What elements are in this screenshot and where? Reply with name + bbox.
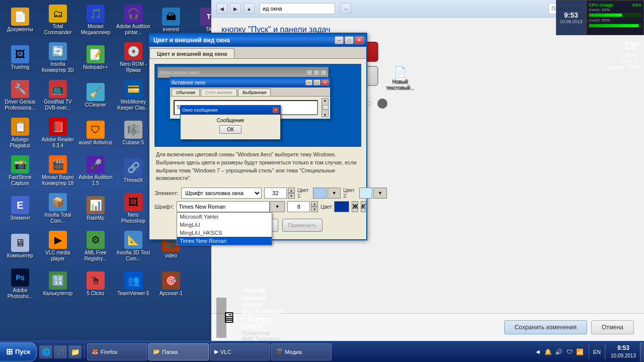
- color1-picker[interactable]: [313, 188, 327, 199]
- quick-launch-3[interactable]: 📁: [68, 345, 82, 358]
- tray-network-icon[interactable]: 🔔: [544, 347, 553, 356]
- font-color-group: Цвет:: [320, 201, 349, 212]
- dialog-titlebar: Цвет и внешний вид окна ─ □ ✕: [149, 34, 366, 47]
- font-dropdown-container: ▼ Microsoft YaHei MingLiU MingLiU_HKSCS …: [177, 201, 285, 212]
- tray-wifi-icon[interactable]: 📶: [576, 347, 585, 356]
- windows-logo-icon: ⊞: [6, 347, 13, 356]
- taskbar-item-folder[interactable]: 📂 Папка: [148, 343, 209, 360]
- titlebar-controls: ─ □ ✕: [335, 36, 364, 44]
- mock-scrollbar: ▲ ▼: [321, 98, 329, 117]
- close-button[interactable]: ✕: [355, 36, 364, 44]
- folder-icon: 📂: [153, 348, 160, 355]
- bold-button[interactable]: Ж: [352, 201, 358, 212]
- mock-inactive-titlebar: Неактивное окно ─ □ ✕: [158, 67, 328, 77]
- color2-dropdown[interactable]: ▼: [373, 188, 387, 199]
- mock-min-btn: ─: [306, 70, 312, 75]
- element-size-spinner: ▲ ▼: [288, 188, 295, 199]
- color-scheme-dialog: Цвет и внешний вид окна ─ □ ✕ Цвет и вне…: [148, 33, 367, 240]
- font-color-label: Цвет:: [320, 204, 333, 210]
- dialog-content: Неактивное окно ─ □ ✕ Активное окно: [149, 59, 366, 239]
- mock-scrollbar-thumb: [323, 105, 329, 110]
- font-option-mingliu[interactable]: MingLiU: [177, 221, 272, 229]
- element-size-group: ▲ ▼: [264, 188, 295, 199]
- vlc-taskbar-icon: ▶: [214, 348, 218, 355]
- element-select[interactable]: Граница Заголовок активного окна Шрифт з…: [181, 188, 262, 199]
- font-spin-down[interactable]: ▼: [311, 207, 318, 212]
- firefox-icon: 🦊: [92, 348, 99, 355]
- quick-launch: 🌐 🎵 📁: [37, 345, 85, 358]
- color2-label: Цвет 2:: [343, 188, 358, 199]
- active-close-btn: ✕: [321, 79, 329, 85]
- taskbar-clock-area[interactable]: 9:53 10.09.2013: [607, 344, 640, 359]
- spin-up-btn[interactable]: ▲: [288, 188, 295, 193]
- start-button[interactable]: ⊞ Пуск: [0, 342, 37, 361]
- font-row: Шрифт: ▼ Microsoft YaHei MingLiU MingLiU…: [154, 201, 361, 212]
- dialog-tabs: Цвет и внешний вид окна: [149, 47, 366, 59]
- mock-msg-close: ✕: [273, 108, 279, 113]
- taskbar-item-media[interactable]: 🎬 Медиа: [271, 343, 332, 360]
- taskbar-item-firefox[interactable]: 🦊 Firefox: [87, 343, 147, 360]
- font-size-spinner: ▲ ▼: [311, 201, 318, 212]
- font-option-microsoft-yahei[interactable]: Microsoft YaHei: [177, 213, 272, 221]
- color1-label: Цвет 1:: [297, 188, 312, 199]
- font-select-group: ▼: [177, 201, 285, 212]
- quick-launch-ie[interactable]: 🌐: [39, 345, 52, 358]
- element-row: Элемент: Граница Заголовок активного окн…: [154, 188, 361, 199]
- tray-antivirus-icon[interactable]: 🛡: [565, 347, 574, 356]
- font-size-input[interactable]: [287, 201, 310, 212]
- mock-message-content: Сообщение ОК: [181, 115, 280, 139]
- apply-button[interactable]: Применить: [282, 219, 323, 232]
- mock-tab-disabled[interactable]: Откл.женная: [201, 88, 237, 96]
- tray-arrow[interactable]: ◀: [533, 347, 542, 356]
- taskbar-items: 🦊 Firefox 📂 Папка ▶ VLC 🎬 Медиа: [85, 343, 531, 360]
- maximize-button[interactable]: □: [345, 36, 354, 44]
- font-option-mingliu-hkscs[interactable]: MingLiU_HKSCS: [177, 229, 272, 237]
- mock-max-btn: □: [313, 70, 319, 75]
- mock-close-btn: ✕: [320, 70, 327, 75]
- tab-color-scheme[interactable]: Цвет и внешний вид окна: [149, 48, 234, 58]
- system-tray: ◀ 🔔 🔊 🛡 📶: [531, 347, 587, 356]
- dialog-title: Цвет и внешний вид окна: [153, 37, 230, 44]
- font-option-times-new-roman[interactable]: Times New Roman: [177, 237, 272, 245]
- show-desktop-button[interactable]: [640, 342, 644, 361]
- color2-picker[interactable]: [359, 188, 373, 199]
- font-input[interactable]: [177, 201, 270, 212]
- color2-group: Цвет 2: ▼: [343, 188, 386, 199]
- font-dropdown-open: Microsoft YaHei MingLiU MingLiU_HKSCS Ti…: [177, 212, 272, 245]
- font-color-picker[interactable]: [334, 201, 349, 212]
- dialog-overlay: Цвет и внешний вид окна ─ □ ✕ Цвет и вне…: [0, 0, 644, 362]
- mock-active-window: Активное окно ─ □ ✕ Обычная Откл.женная …: [170, 77, 331, 119]
- active-min-btn: ─: [305, 79, 312, 85]
- element-size-input[interactable]: [264, 188, 287, 199]
- preview-area: Неактивное окно ─ □ ✕ Активное окно: [154, 64, 361, 147]
- mock-tab-selected[interactable]: Выбранная: [238, 88, 271, 96]
- mock-active-titlebar: Активное окно ─ □ ✕: [170, 77, 330, 87]
- italic-button[interactable]: К: [361, 201, 365, 212]
- taskbar-separator2: [605, 344, 605, 359]
- mock-tab-row: Обычная Откл.женная Выбранная: [170, 87, 330, 97]
- mock-message-titlebar: Окно сообщения ✕: [181, 106, 280, 115]
- dialog-description: Для включения цветовой схемы "Windows Ae…: [154, 151, 361, 183]
- font-spin-up[interactable]: ▲: [311, 201, 318, 207]
- color1-dropdown[interactable]: ▼: [328, 188, 341, 199]
- minimize-button[interactable]: ─: [335, 36, 344, 44]
- color1-group: Цвет 1: ▼: [297, 188, 341, 199]
- taskbar: ⊞ Пуск 🌐 🎵 📁 🦊 Firefox 📂 Папка ▶ VLC: [0, 341, 644, 362]
- quick-launch-media[interactable]: 🎵: [54, 345, 67, 358]
- mock-inactive-window: Неактивное окно ─ □ ✕: [157, 67, 329, 78]
- mock-ok-button[interactable]: ОК: [219, 125, 242, 134]
- taskbar-clock: 9:53 10.09.2013: [611, 344, 636, 359]
- spin-down-btn[interactable]: ▼: [288, 193, 295, 199]
- active-max-btn: □: [313, 79, 320, 85]
- tray-volume-icon[interactable]: 🔊: [554, 347, 564, 356]
- language-indicator[interactable]: EN: [591, 349, 603, 355]
- desktop: 📄 Документы 🖼 TrueImg 🔧 Driver Genius Pr…: [0, 0, 644, 362]
- font-dropdown-arrow[interactable]: ▼: [270, 201, 285, 212]
- font-size-group: ▲ ▼: [287, 201, 318, 212]
- mock-tab-normal[interactable]: Обычная: [172, 88, 200, 96]
- taskbar-separator: [589, 344, 589, 359]
- media-icon: 🎬: [276, 348, 283, 355]
- taskbar-item-vlc[interactable]: ▶ VLC: [210, 343, 270, 360]
- mock-message-box: Окно сообщения ✕ Сообщение ОК: [180, 105, 281, 140]
